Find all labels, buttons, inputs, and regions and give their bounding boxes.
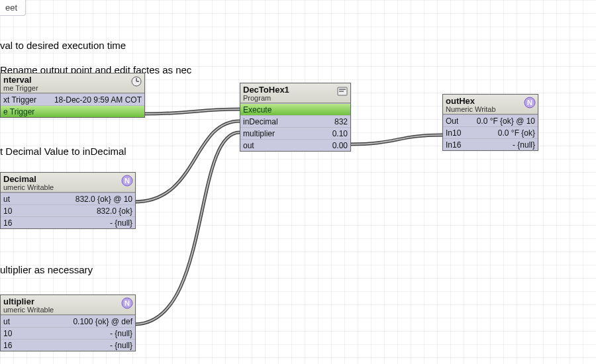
slot-label: Out bbox=[446, 116, 458, 126]
slot-in16[interactable]: 16 - {null} bbox=[1, 339, 135, 351]
slot-value: - {null} bbox=[513, 140, 535, 150]
slot-label: multiplier bbox=[243, 129, 275, 138]
slot-out[interactable]: Out 0.0 °F {ok} @ 10 bbox=[443, 114, 538, 126]
svg-text:N: N bbox=[527, 99, 532, 107]
slot-value: 0.00 bbox=[332, 141, 348, 150]
node-title: ultiplier bbox=[3, 296, 132, 306]
comment-interval: val to desired execution time bbox=[0, 40, 126, 51]
slot-execute[interactable]: Execute bbox=[240, 103, 350, 115]
svg-text:N: N bbox=[124, 299, 130, 307]
slot-value: - {null} bbox=[110, 341, 132, 350]
node-subtitle: umeric Writable bbox=[3, 183, 132, 191]
slot-label: ut bbox=[3, 317, 10, 326]
node-subtitle: me Trigger bbox=[3, 84, 142, 92]
slot-out[interactable]: out 0.00 bbox=[240, 139, 350, 151]
slot-fire-trigger[interactable]: e Trigger bbox=[1, 105, 144, 117]
slot-label: e Trigger bbox=[3, 107, 34, 116]
slot-label: 16 bbox=[3, 218, 12, 228]
slot-in10[interactable]: 10 832.0 {ok} bbox=[1, 205, 135, 216]
slot-label: out bbox=[243, 141, 254, 150]
slot-in10[interactable]: 10 - {null} bbox=[1, 327, 135, 339]
node-indecimal[interactable]: Decimal umeric Writable N ut 832.0 {ok} … bbox=[0, 172, 136, 229]
node-title: Decimal bbox=[3, 174, 132, 184]
slot-label: ut bbox=[3, 195, 10, 204]
node-title: DecToHex1 bbox=[243, 85, 348, 95]
slot-label: 16 bbox=[3, 341, 12, 350]
sheet-tab[interactable]: eet bbox=[0, 0, 26, 16]
slot-value: 832.0 {ok} bbox=[97, 206, 132, 216]
node-interval[interactable]: nterval me Trigger xt Trigger 18-Dec-20 … bbox=[0, 73, 145, 118]
slot-out[interactable]: ut 832.0 {ok} @ 10 bbox=[1, 193, 135, 205]
slot-multiplier[interactable]: multiplier 0.10 bbox=[240, 127, 350, 139]
slot-in10[interactable]: In10 0.0 °F {ok} bbox=[443, 126, 538, 138]
node-header[interactable]: Decimal umeric Writable N bbox=[1, 173, 135, 193]
slot-label: inDecimal bbox=[243, 117, 278, 126]
slot-indecimal[interactable]: inDecimal 832 bbox=[240, 115, 350, 127]
slot-label: Execute bbox=[243, 105, 272, 114]
slot-label: 10 bbox=[3, 206, 12, 216]
numeric-icon: N bbox=[121, 175, 133, 187]
numeric-icon: N bbox=[121, 297, 133, 309]
node-dectohex[interactable]: DecToHex1 Program Execute inDecimal 832 … bbox=[240, 83, 351, 152]
slot-value: 0.0 °F {ok} bbox=[498, 128, 535, 138]
slot-value: 18-Dec-20 9:59 AM COT bbox=[54, 95, 142, 105]
node-header[interactable]: DecToHex1 Program bbox=[240, 83, 350, 103]
slot-value: 832.0 {ok} @ 10 bbox=[75, 195, 132, 204]
node-multiplier[interactable]: ultiplier umeric Writable N ut 0.100 {ok… bbox=[0, 295, 136, 351]
slot-out[interactable]: ut 0.100 {ok} @ def bbox=[1, 315, 135, 327]
slot-label: xt Trigger bbox=[3, 95, 36, 105]
numeric-icon: N bbox=[524, 97, 536, 109]
svg-rect-9 bbox=[339, 91, 344, 92]
slot-next-trigger[interactable]: xt Trigger 18-Dec-20 9:59 AM COT bbox=[1, 93, 144, 105]
slot-in16[interactable]: In16 - {null} bbox=[443, 138, 538, 150]
comment-decimal: t Decimal Value to inDecimal bbox=[0, 146, 126, 157]
slot-label: In10 bbox=[446, 128, 461, 138]
svg-text:N: N bbox=[124, 177, 130, 185]
node-title: outHex bbox=[446, 96, 535, 106]
node-header[interactable]: nterval me Trigger bbox=[1, 73, 144, 93]
svg-rect-8 bbox=[339, 89, 346, 90]
program-icon bbox=[336, 85, 348, 97]
comment-multiplier: ultiplier as necessary bbox=[0, 264, 93, 275]
slot-value: - {null} bbox=[110, 218, 132, 228]
clock-icon bbox=[130, 75, 142, 87]
node-outhex[interactable]: outHex Numeric Writab N Out 0.0 °F {ok} … bbox=[442, 94, 538, 151]
slot-value: 832 bbox=[334, 117, 348, 126]
slot-value: - {null} bbox=[110, 329, 132, 338]
slot-value: 0.10 bbox=[332, 129, 348, 138]
node-header[interactable]: ultiplier umeric Writable N bbox=[1, 295, 135, 315]
node-subtitle: umeric Writable bbox=[3, 306, 132, 314]
slot-value: 0.100 {ok} @ def bbox=[73, 317, 132, 326]
node-subtitle: Numeric Writab bbox=[446, 105, 535, 113]
node-title: nterval bbox=[3, 75, 142, 85]
node-header[interactable]: outHex Numeric Writab N bbox=[443, 95, 538, 114]
slot-label: 10 bbox=[3, 329, 12, 338]
slot-in16[interactable]: 16 - {null} bbox=[1, 216, 135, 228]
sheet-tab-label: eet bbox=[5, 3, 17, 13]
node-subtitle: Program bbox=[243, 94, 348, 102]
slot-label: In16 bbox=[446, 140, 461, 150]
slot-value: 0.0 °F {ok} @ 10 bbox=[477, 116, 535, 126]
